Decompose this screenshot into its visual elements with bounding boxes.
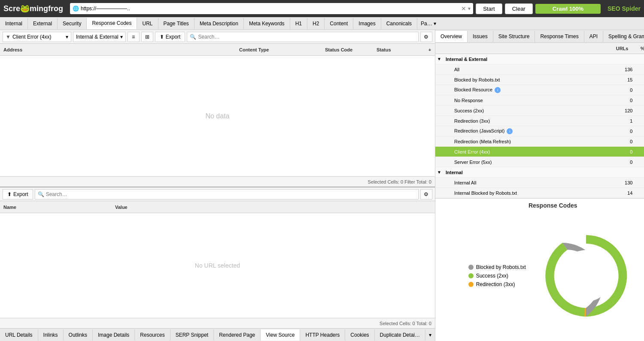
col-address: Address [0, 47, 236, 52]
rc-row-success[interactable]: Success (2xx) 120 88,24% [435, 106, 644, 116]
rc-row-no-response[interactable]: No Response 0 0% [435, 95, 644, 106]
rc-row-internal-all[interactable]: Internal All 130 95,59% [435, 178, 644, 188]
tab-response-times[interactable]: Response Times [535, 31, 584, 42]
tab-resources[interactable]: Resources [135, 329, 170, 341]
tab-images[interactable]: Images [353, 18, 381, 29]
tab-internal[interactable]: Internal [0, 18, 28, 29]
redir-js-info-icon[interactable]: i [507, 128, 513, 134]
rc-row-rmeta-pct: 0% [634, 139, 644, 144]
rc-row-blocked-resource[interactable]: Blocked Resource i 0 0% [435, 85, 644, 95]
tab-serp-snippet[interactable]: SERP Snippet [170, 329, 214, 341]
tab-h1[interactable]: H1 [290, 18, 307, 29]
url-dropdown-icon[interactable]: ▾ [468, 6, 471, 12]
col-status: Status [373, 47, 425, 52]
filter-bar: ▼ Client Error (4xx) ▾ Internal & Extern… [0, 30, 435, 44]
rc-row-all-urls: 136 [608, 67, 634, 72]
scope-dropdown[interactable]: Internal & External ▾ [73, 32, 126, 42]
scope-label: Internal & External [76, 34, 118, 40]
rc-section-internal[interactable]: ▼ Internal [435, 167, 644, 178]
rc-row-client-error[interactable]: Client Error (4xx) 0 0% [435, 147, 644, 157]
rc-row-redir-meta[interactable]: Redirection (Meta Refresh) 0 0% [435, 136, 644, 147]
tab-url-details[interactable]: URL Details [0, 329, 38, 341]
tab-inlinks[interactable]: Inlinks [38, 329, 64, 341]
col-add[interactable]: + [425, 47, 435, 52]
tab-response-codes[interactable]: Response Codes [87, 18, 137, 29]
tab-duplicate-details[interactable]: Duplicate Detai… [375, 329, 425, 341]
rc-row-ibr-pct: 10,29% [634, 190, 644, 196]
clear-button[interactable]: Clear [505, 3, 533, 14]
legend-dot-success [468, 273, 474, 278]
tab-spelling-grammar[interactable]: Spelling & Gramm… [603, 31, 644, 42]
rc-row-internal-blocked-robots[interactable]: Internal Blocked by Robots.txt 14 10,29% [435, 188, 644, 198]
tab-rendered-page[interactable]: Rendered Page [214, 329, 261, 341]
rc-col-urls-header: URLs [604, 46, 630, 51]
tab-site-structure[interactable]: Site Structure [493, 31, 535, 42]
tab-view-source[interactable]: View Source [261, 329, 300, 341]
bottom-search-input[interactable] [46, 191, 416, 197]
rc-row-iall-label: Internal All [453, 180, 609, 185]
tab-meta-description[interactable]: Meta Description [194, 18, 244, 29]
rc-row-serr-pct: 0% [634, 160, 644, 165]
tab-content[interactable]: Content [325, 18, 353, 29]
clear-url-icon[interactable]: ✕ [461, 5, 466, 12]
rc-row-redir-3xx[interactable]: Redirection (3xx) 1 0,74% [435, 116, 644, 126]
tab-http-headers[interactable]: HTTP Headers [300, 329, 345, 341]
tab-overview[interactable]: Overview [435, 31, 468, 42]
legend-label-blocked: Blocked by Robots.txt [476, 264, 526, 270]
bottom-filter-options-button[interactable]: ⚙ [420, 189, 432, 199]
rc-row-server-error[interactable]: Server Error (5xx) 0 0% [435, 157, 644, 167]
rc-row-iall-pct: 95,59% [634, 180, 644, 185]
donut-center [560, 250, 612, 302]
filter-dropdown[interactable]: ▼ Client Error (4xx) ▾ [3, 32, 71, 42]
rc-row-rjs-label: Redirection (JavaScript) i [453, 128, 609, 134]
export-button[interactable]: ⬆ Export [155, 32, 185, 42]
list-view-button[interactable]: ≡ [128, 32, 140, 42]
tab-more[interactable]: Pa… ▾ [417, 19, 440, 28]
bottom-export-button[interactable]: ⬆ Export [3, 189, 33, 199]
url-input[interactable] [81, 6, 459, 12]
rc-row-blocked-robots[interactable]: Blocked by Robots.txt 15 11,03% [435, 75, 644, 85]
tab-canonicals[interactable]: Canonicals [381, 18, 417, 29]
rc-row-bres-label: Blocked Resource i [453, 87, 609, 93]
rc-table: URLs % of Total ▼ Internal & External Al… [435, 43, 644, 198]
tab-outlinks[interactable]: Outlinks [64, 329, 93, 341]
chart-section: Response Codes Blocked by Robots.txt Suc… [435, 198, 644, 341]
tab-api[interactable]: API [584, 31, 603, 42]
rc-row-bres-pct: 0% [634, 88, 644, 93]
tab-image-details[interactable]: Image Details [93, 329, 135, 341]
tab-issues[interactable]: Issues [468, 31, 493, 42]
legend-item-blocked: Blocked by Robots.txt [468, 264, 526, 270]
legend-item-success: Success (2xx) [468, 273, 526, 279]
seo-spider-label: SEO Spider [608, 5, 641, 12]
rc-section-ie-label: Internal & External [444, 57, 609, 62]
search-box: 🔍 [187, 32, 419, 42]
main-layout: ▼ Client Error (4xx) ▾ Internal & Extern… [0, 30, 644, 341]
crawl-button[interactable]: Crawl 100% [535, 4, 601, 14]
blocked-resource-info-icon[interactable]: i [495, 87, 501, 93]
tab-external[interactable]: External [28, 18, 58, 29]
donut-svg [535, 224, 638, 327]
rc-row-success-label: Success (2xx) [453, 108, 609, 113]
search-input[interactable] [198, 34, 416, 40]
tab-h2[interactable]: H2 [307, 18, 325, 29]
expand-icon: ▼ [437, 57, 444, 61]
tab-meta-keywords[interactable]: Meta Keywords [244, 18, 290, 29]
rc-row-all[interactable]: All 136 100% [435, 64, 644, 75]
donut-chart [535, 224, 638, 327]
filter-options-button[interactable]: ⚙ [420, 32, 432, 42]
grid-icon: ⊞ [145, 34, 149, 40]
tab-bottom-more[interactable]: ▾ [425, 330, 435, 340]
rc-row-rmeta-urls: 0 [608, 139, 634, 144]
tab-url[interactable]: URL [137, 18, 158, 29]
start-button[interactable]: Start [476, 3, 502, 14]
rc-section-internal-external[interactable]: ▼ Internal & External [435, 54, 644, 64]
grid-view-button[interactable]: ⊞ [141, 32, 153, 42]
rc-row-noresp-label: No Response [453, 98, 609, 103]
tab-security[interactable]: Security [58, 18, 87, 29]
tab-page-titles[interactable]: Page Titles [158, 18, 194, 29]
rc-row-redir-js[interactable]: Redirection (JavaScript) i 0 0% [435, 126, 644, 136]
tab-cookies[interactable]: Cookies [345, 329, 374, 341]
bottom-tab-bar: URL Details Inlinks Outlinks Image Detai… [0, 328, 435, 341]
no-data-label: No data [205, 112, 229, 120]
legend-dot-blocked [468, 265, 474, 270]
